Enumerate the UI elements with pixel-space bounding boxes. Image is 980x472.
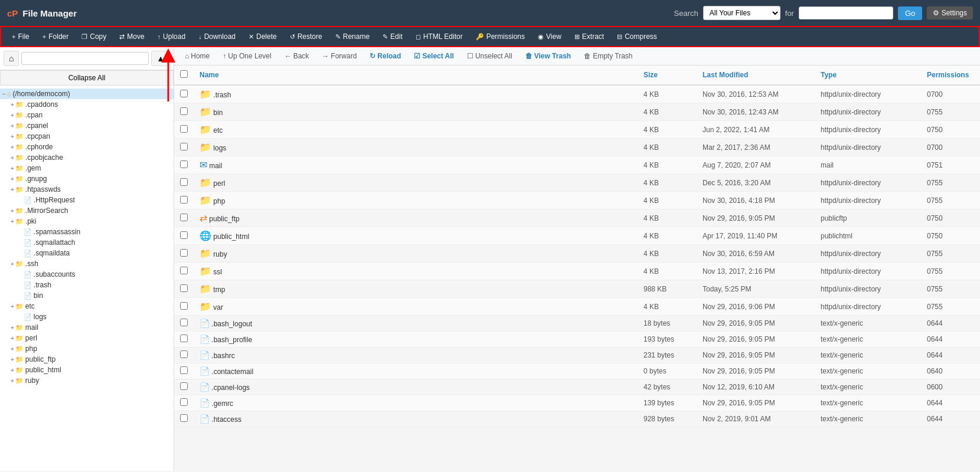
expand-htpasswds-icon[interactable]: +	[11, 186, 14, 193]
search-scope-select[interactable]: All Your Files Public HTML Only Public F…	[703, 6, 780, 20]
table-row[interactable]: 📁 php 4 KB Nov 30, 2016, 4:18 PM httpd/u…	[174, 192, 980, 209]
new-file-button[interactable]: + File	[6, 30, 35, 44]
table-row[interactable]: 📁 ruby 4 KB Nov 30, 2016, 6:59 AM httpd/…	[174, 245, 980, 263]
type-column-header[interactable]: Type	[815, 65, 921, 85]
collapse-all-button[interactable]: Collapse All	[0, 70, 174, 86]
sidebar-go-button[interactable]: ▲	[151, 51, 170, 66]
row-name-cell[interactable]: 📁 bin	[194, 103, 638, 121]
up-one-level-button[interactable]: ↑ Up One Level	[218, 50, 276, 62]
tree-item-perl[interactable]: + 📁 perl	[0, 333, 174, 343]
tree-item-subaccounts[interactable]: + 📄 .subaccounts	[0, 269, 174, 280]
row-checkbox[interactable]	[180, 335, 188, 342]
row-checkbox[interactable]	[180, 302, 188, 310]
tree-item-cpcpan[interactable]: + 📁 .cpcpan	[0, 131, 174, 142]
table-row[interactable]: 📄 .cpanel-logs 42 bytes Nov 12, 2019, 6:…	[174, 379, 980, 395]
tree-item-public-html[interactable]: + 📁 public_html	[0, 365, 174, 375]
row-checkbox-cell[interactable]	[174, 85, 194, 103]
expand-gnupg-icon[interactable]: +	[11, 176, 14, 182]
tree-item-mail[interactable]: + 📁 mail	[0, 322, 174, 333]
row-checkbox-cell[interactable]	[174, 227, 194, 245]
expand-cphorde-icon[interactable]: +	[11, 144, 14, 150]
table-row[interactable]: 📁 ssl 4 KB Nov 13, 2017, 2:16 PM httpd/u…	[174, 263, 980, 280]
expand-cpanel-icon[interactable]: +	[11, 123, 14, 129]
tree-item-gem[interactable]: + 📁 .gem	[0, 163, 174, 173]
tree-item-etc[interactable]: + 📁 etc	[0, 301, 174, 312]
expand-perl-icon[interactable]: +	[11, 335, 14, 342]
restore-button[interactable]: ↺ Restore	[284, 30, 328, 44]
table-row[interactable]: 🌐 public_html 4 KB Apr 17, 2019, 11:40 P…	[174, 227, 980, 245]
row-name-cell[interactable]: 📄 .gemrc	[194, 395, 638, 411]
row-checkbox-cell[interactable]	[174, 363, 194, 379]
row-name-cell[interactable]: 📁 perl	[194, 174, 638, 192]
row-checkbox[interactable]	[180, 414, 188, 422]
tree-item-httprequest[interactable]: + 📄 .HttpRequest	[0, 195, 174, 205]
row-checkbox-cell[interactable]	[174, 379, 194, 395]
tree-item-htpasswds[interactable]: + 📁 .htpasswds	[0, 184, 174, 195]
row-checkbox-cell[interactable]	[174, 245, 194, 263]
tree-item-root[interactable]: − ⌂ (/home/democom)	[0, 88, 174, 99]
checkbox-header[interactable]	[174, 65, 194, 85]
table-row[interactable]: 📁 .trash 4 KB Nov 30, 2016, 12:53 AM htt…	[174, 85, 980, 103]
row-name-cell[interactable]: 📁 logs	[194, 139, 638, 156]
row-name-cell[interactable]: 📁 tmp	[194, 280, 638, 298]
table-row[interactable]: ✉ mail 4 KB Aug 7, 2020, 2:07 AM mail 07…	[174, 156, 980, 174]
permissions-button[interactable]: 🔑 Permissions	[470, 30, 531, 44]
extract-button[interactable]: ⊞ Extract	[569, 30, 610, 44]
sidebar-path-input[interactable]	[21, 52, 149, 65]
tree-item-sqmaildata[interactable]: + 📄 .sqmaildata	[0, 248, 174, 258]
table-row[interactable]: 📄 .gemrc 139 bytes Nov 29, 2016, 9:05 PM…	[174, 395, 980, 411]
empty-trash-button[interactable]: 🗑 Empty Trash	[579, 50, 637, 62]
row-name-cell[interactable]: 📄 .bashrc	[194, 348, 638, 363]
expand-mail-icon[interactable]: +	[11, 324, 14, 331]
row-checkbox-cell[interactable]	[174, 263, 194, 280]
tree-item-cpanel[interactable]: + 📁 .cpanel	[0, 120, 174, 131]
row-checkbox[interactable]	[180, 90, 188, 97]
expand-public-html-icon[interactable]: +	[11, 367, 14, 373]
compress-button[interactable]: ⊟ Compress	[611, 30, 663, 44]
table-row[interactable]: 📁 perl 4 KB Dec 5, 2016, 3:20 AM httpd/u…	[174, 174, 980, 192]
row-checkbox[interactable]	[180, 178, 188, 186]
tree-item-public-ftp[interactable]: + 📁 public_ftp	[0, 354, 174, 365]
table-row[interactable]: 📄 .bash_logout 18 bytes Nov 29, 2016, 9:…	[174, 316, 980, 332]
tree-item-pki[interactable]: + 📁 .pki	[0, 216, 174, 227]
tree-item-logs-sub[interactable]: + 📄 logs	[0, 312, 174, 322]
table-row[interactable]: 📄 .htaccess 928 bytes Nov 2, 2019, 9:01 …	[174, 411, 980, 427]
select-all-button[interactable]: ☑ Select All	[409, 50, 459, 62]
unselect-all-button[interactable]: ☐ Unselect All	[462, 50, 517, 62]
rename-button[interactable]: ✎ Rename	[329, 30, 375, 44]
go-button[interactable]: Go	[898, 6, 922, 20]
back-button[interactable]: ← Back	[280, 50, 314, 62]
edit-button[interactable]: ✎ Edit	[377, 30, 409, 44]
tree-item-gnupg[interactable]: + 📁 .gnupg	[0, 173, 174, 184]
row-checkbox-cell[interactable]	[174, 298, 194, 316]
reload-button[interactable]: ↻ Reload	[365, 50, 406, 62]
expand-etc-icon[interactable]: +	[11, 303, 14, 310]
move-button[interactable]: ⇄ Move	[113, 30, 150, 44]
row-checkbox-cell[interactable]	[174, 156, 194, 174]
row-name-cell[interactable]: 📄 .contactemail	[194, 363, 638, 379]
expand-cpcpan-icon[interactable]: +	[11, 133, 14, 140]
download-button[interactable]: ↓ Download	[192, 30, 241, 44]
table-row[interactable]: 📁 tmp 988 KB Today, 5:25 PM httpd/unix-d…	[174, 280, 980, 298]
row-checkbox[interactable]	[180, 398, 188, 406]
row-checkbox-cell[interactable]	[174, 174, 194, 192]
new-folder-button[interactable]: + Folder	[37, 30, 74, 44]
expand-ruby-icon[interactable]: +	[11, 378, 14, 384]
tree-item-trash-folder[interactable]: + 📄 .trash	[0, 280, 174, 290]
table-row[interactable]: 📁 etc 4 KB Jun 2, 2022, 1:41 AM httpd/un…	[174, 121, 980, 139]
row-checkbox-cell[interactable]	[174, 316, 194, 332]
html-editor-button[interactable]: ◻ HTML Editor	[410, 30, 469, 44]
row-checkbox[interactable]	[180, 125, 188, 133]
upload-button[interactable]: ↑ Upload	[152, 30, 192, 44]
view-trash-button[interactable]: 🗑 View Trash	[521, 50, 576, 62]
modified-column-header[interactable]: Last Modified	[697, 65, 815, 85]
row-checkbox[interactable]	[180, 143, 188, 150]
row-checkbox-cell[interactable]	[174, 395, 194, 411]
row-checkbox[interactable]	[180, 249, 188, 257]
expand-root-icon[interactable]: −	[2, 91, 6, 97]
row-checkbox[interactable]	[180, 284, 188, 292]
forward-button[interactable]: → Forward	[317, 50, 361, 62]
table-row[interactable]: 📄 .bash_profile 193 bytes Nov 29, 2016, …	[174, 332, 980, 348]
row-name-cell[interactable]: 📄 .cpanel-logs	[194, 379, 638, 395]
home-nav-button[interactable]: ⌂ Home	[180, 50, 214, 62]
